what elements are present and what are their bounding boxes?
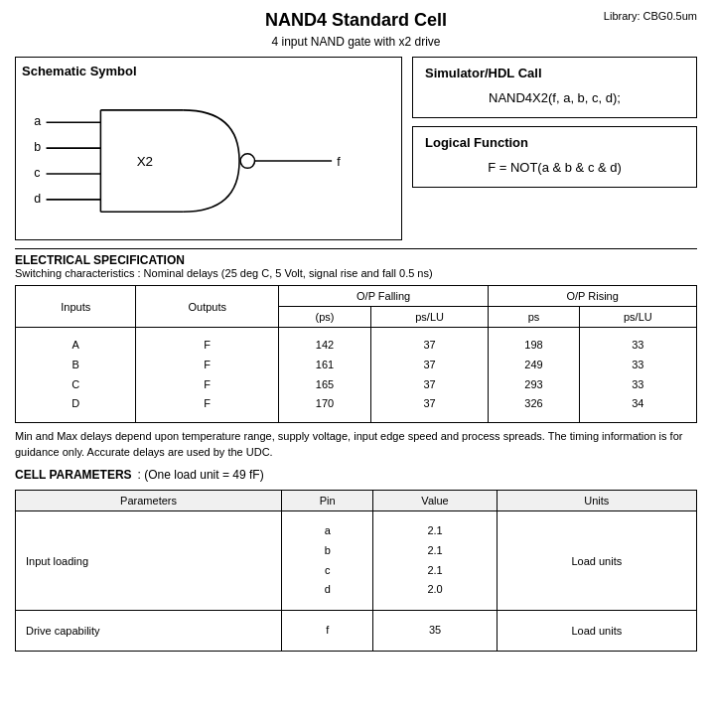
timing-table: Inputs Outputs O/P Falling O/P Rising (p… <box>15 285 697 423</box>
params-units-1: Load units <box>497 611 696 652</box>
page: Library: CBG0.5um NAND4 Standard Cell 4 … <box>0 0 712 728</box>
params-row: Drive capabilityf35Load units <box>16 611 697 652</box>
col-pslu-f: ps/LU <box>370 307 488 328</box>
schematic-box: Schematic Symbol a b c d <box>15 57 402 240</box>
params-param-1: Drive capability <box>16 611 282 652</box>
col-ps-f: (ps) <box>279 307 371 328</box>
col-inputs: Inputs <box>16 286 136 328</box>
output-bubble <box>240 154 254 168</box>
cell-params-subtitle: : (One load unit = 49 fF) <box>138 468 264 482</box>
timing-inputs-cell: ABCD <box>16 328 136 423</box>
logical-title: Logical Function <box>425 135 684 150</box>
params-col-pin: Pin <box>282 490 373 510</box>
params-row: Input loadingabcd2.12.12.12.0Load units <box>16 510 697 610</box>
output-f-label: f <box>337 155 341 169</box>
input-c-label: c <box>34 166 40 180</box>
cell-params-section: CELL PARAMETERS : (One load unit = 49 fF… <box>15 468 697 652</box>
cell-params-title: CELL PARAMETERS <box>15 468 132 482</box>
col-outputs: Outputs <box>136 286 279 328</box>
col-ps-r: ps <box>489 307 579 328</box>
simulator-box: Simulator/HDL Call NAND4X2(f, a, b, c, d… <box>412 57 697 118</box>
col-op-falling: O/P Falling <box>279 286 489 307</box>
subtitle: 4 input NAND gate with x2 drive <box>15 35 697 49</box>
timing-ps_r-cell: 198249293326 <box>489 328 579 423</box>
schematic-title: Schematic Symbol <box>22 64 395 78</box>
gate-x2-label: X2 <box>137 154 153 169</box>
params-param-0: Input loading <box>16 510 282 610</box>
params-pin-1: f <box>282 611 373 652</box>
gate-curve <box>183 110 239 212</box>
input-d-label: d <box>34 192 41 206</box>
top-section: Schematic Symbol a b c d <box>15 57 697 240</box>
timing-pslu_f-cell: 37373737 <box>370 328 488 423</box>
simulator-call: NAND4X2(f, a, b, c, d); <box>425 86 684 109</box>
params-pin-0: abcd <box>282 510 373 610</box>
schematic-svg: a b c d <box>22 84 395 233</box>
params-col-value: Value <box>373 490 497 510</box>
params-value-1: 35 <box>373 611 497 652</box>
simulator-title: Simulator/HDL Call <box>425 66 684 80</box>
timing-ps_f-cell: 142161165170 <box>279 328 371 423</box>
params-units-0: Load units <box>497 510 696 610</box>
timing-outputs-cell: FFFF <box>136 328 279 423</box>
page-title: NAND4 Standard Cell <box>15 10 697 31</box>
params-value-0: 2.12.12.12.0 <box>373 510 497 610</box>
timing-pslu_r-cell: 33333334 <box>579 328 696 423</box>
schematic-diagram: a b c d <box>22 84 395 233</box>
input-a-label: a <box>34 114 41 128</box>
logical-function: F = NOT(a & b & c & d) <box>425 156 684 179</box>
params-col-units: Units <box>497 490 696 510</box>
notice-text: Min and Max delays depend upon temperatu… <box>15 429 697 460</box>
col-op-rising: O/P Rising <box>489 286 697 307</box>
elec-spec-title: ELECTRICAL SPECIFICATION <box>15 253 697 267</box>
library-label: Library: CBG0.5um <box>604 10 697 22</box>
logical-box: Logical Function F = NOT(a & b & c & d) <box>412 126 697 188</box>
right-section: Simulator/HDL Call NAND4X2(f, a, b, c, d… <box>412 57 697 240</box>
elec-spec: ELECTRICAL SPECIFICATION Switching chara… <box>15 248 697 423</box>
header: NAND4 Standard Cell <box>15 10 697 31</box>
elec-spec-subtitle: Switching characteristics : Nominal dela… <box>15 267 697 279</box>
col-pslu-r: ps/LU <box>579 307 696 328</box>
params-table: Parameters Pin Value Units Input loading… <box>15 490 697 652</box>
input-b-label: b <box>34 140 41 154</box>
params-col-parameters: Parameters <box>16 490 282 510</box>
